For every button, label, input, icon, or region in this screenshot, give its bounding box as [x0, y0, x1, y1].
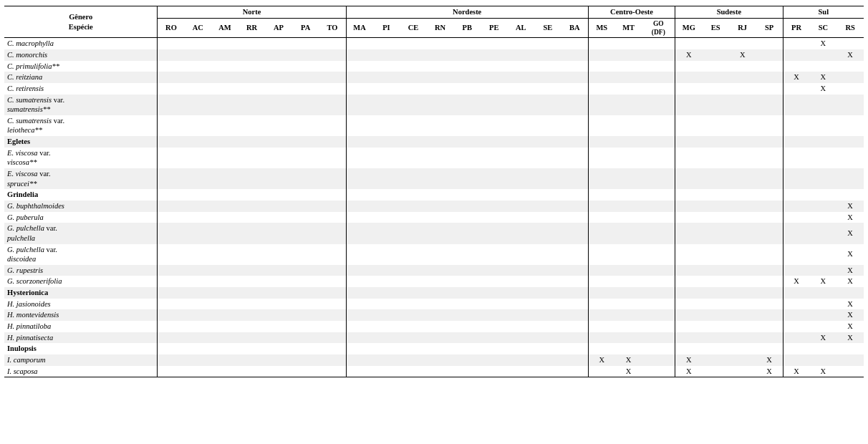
data-cell: [373, 72, 400, 83]
data-cell: [346, 244, 373, 265]
data-cell: [729, 309, 756, 321]
data-cell: [158, 354, 185, 366]
data-cell: [292, 276, 319, 287]
data-cell: [346, 72, 373, 83]
data-cell: [783, 354, 810, 366]
data-cell: [534, 83, 561, 95]
col-sc: SC: [810, 18, 837, 38]
table-row: C. sumatrensis var.sumatrensis**: [4, 95, 864, 115]
data-cell: [373, 309, 400, 321]
data-cell: [756, 321, 783, 332]
data-cell: [400, 309, 427, 321]
data-cell: X: [836, 265, 864, 276]
species-name: G. pulchella var.discoidea: [4, 244, 158, 265]
data-cell: [265, 276, 292, 287]
data-cell: [675, 83, 703, 95]
data-cell: [481, 49, 508, 61]
data-cell: [534, 148, 561, 168]
cell-ms: [588, 309, 615, 321]
data-cell: [836, 95, 864, 115]
data-cell: [427, 61, 454, 72]
data-cell: [729, 223, 756, 243]
data-cell: [292, 148, 319, 168]
data-cell: [508, 38, 535, 49]
col-header-species: GêneroEspécie: [4, 6, 158, 38]
data-cell: [561, 343, 589, 354]
data-cell: [783, 332, 810, 344]
data-cell: [292, 95, 319, 115]
data-cell: [481, 61, 508, 72]
data-cell: [729, 148, 756, 168]
data-cell: [346, 148, 373, 168]
data-cell: [158, 366, 185, 377]
species-name: G. buphthalmoides: [4, 201, 158, 212]
data-cell: [158, 38, 185, 49]
data-cell: X: [675, 354, 703, 366]
data-cell: [642, 201, 675, 212]
data-cell: [642, 321, 675, 332]
data-cell: [702, 61, 729, 72]
data-cell: [729, 321, 756, 332]
data-cell: [158, 287, 185, 299]
data-cell: [292, 136, 319, 148]
data-cell: [810, 343, 837, 354]
species-name: G. pulchella var.pulchella: [4, 223, 158, 243]
data-cell: [158, 223, 185, 243]
data-cell: [158, 189, 185, 201]
data-cell: [810, 49, 837, 61]
data-cell: [561, 83, 589, 95]
data-cell: [292, 61, 319, 72]
data-cell: [346, 354, 373, 366]
data-cell: [453, 343, 481, 354]
data-cell: [756, 83, 783, 95]
data-cell: [427, 265, 454, 276]
data-cell: [319, 244, 346, 265]
data-cell: [346, 321, 373, 332]
data-cell: [400, 189, 427, 201]
data-cell: [702, 212, 729, 223]
data-cell: [211, 148, 238, 168]
data-cell: [756, 276, 783, 287]
data-cell: [481, 354, 508, 366]
data-cell: [211, 49, 238, 61]
table-row: C. retirensisX: [4, 83, 864, 95]
data-cell: [185, 332, 212, 344]
data-cell: [158, 95, 185, 115]
data-cell: X: [810, 366, 837, 377]
table-row: G. buphthalmoidesX: [4, 201, 864, 212]
col-pr: PR: [783, 18, 810, 38]
data-cell: [211, 168, 238, 189]
data-cell: [481, 332, 508, 344]
data-cell: [810, 168, 837, 189]
data-cell: [615, 265, 642, 276]
species-name: C. retirensis: [4, 83, 158, 95]
col-to: TO: [319, 18, 346, 38]
table-row: I. scaposaXXXXX: [4, 366, 864, 377]
col-mg: MG: [675, 18, 703, 38]
col-sp: SP: [756, 18, 783, 38]
data-cell: [810, 223, 837, 243]
table-row: C. macrophyllaX: [4, 38, 864, 49]
data-cell: [836, 148, 864, 168]
data-cell: [265, 168, 292, 189]
data-cell: [319, 287, 346, 299]
data-cell: [561, 321, 589, 332]
data-cell: [642, 265, 675, 276]
data-cell: [561, 168, 589, 189]
data-cell: [810, 244, 837, 265]
species-name: C. reitziana: [4, 72, 158, 83]
data-cell: [292, 189, 319, 201]
data-cell: [211, 201, 238, 212]
data-cell: [400, 223, 427, 243]
data-cell: [238, 136, 266, 148]
data-cell: [729, 244, 756, 265]
data-cell: [756, 287, 783, 299]
data-cell: [783, 265, 810, 276]
data-cell: [158, 61, 185, 72]
cell-ms: [588, 343, 615, 354]
data-cell: [265, 189, 292, 201]
data-cell: [400, 332, 427, 344]
data-cell: [534, 354, 561, 366]
data-cell: [346, 168, 373, 189]
data-cell: [642, 168, 675, 189]
